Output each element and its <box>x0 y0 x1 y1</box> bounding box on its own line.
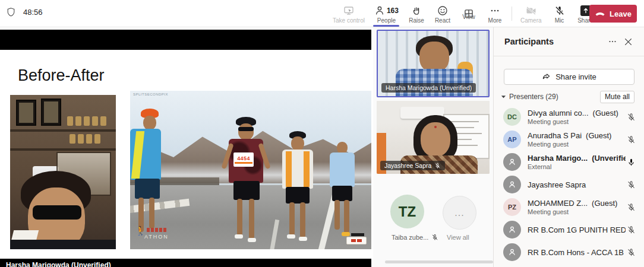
panel-title: Participants <box>504 37 605 46</box>
toolbar-center-group: Take control 163 People Raise <box>328 0 599 27</box>
mic-on-icon[interactable] <box>626 158 636 167</box>
mic-muted-icon[interactable] <box>626 113 636 122</box>
runner-main: 4454 <box>225 117 267 249</box>
participants-panel: Participants Share invite Presenters (29… <box>493 27 644 267</box>
panel-header: Participants <box>494 27 644 56</box>
runner-right <box>326 142 357 249</box>
after-photo: SPLITSECONDPIX <box>130 91 371 249</box>
avatar: PZ <box>503 198 521 216</box>
presenter-name-banner: Harsha Marigowda (Unverified) <box>6 261 111 267</box>
participant-row[interactable]: PZ MOHAMMED Z...(Guest) Meeting guest <box>494 196 644 218</box>
race-bib-number: 4454 <box>237 155 250 161</box>
meeting-toolbar: 48:56 Take control 163 People <box>0 0 644 27</box>
share-invite-button[interactable]: Share invite <box>504 69 634 85</box>
mic-muted-icon[interactable] <box>626 248 636 257</box>
sunglasses <box>33 205 81 220</box>
participant-row[interactable]: RR B.Com Hons - ACCA 1B SANJ... <box>494 241 644 263</box>
video-name-label: Harsha Marigowda (Unverified) <box>381 83 476 93</box>
active-tab-indicator <box>373 25 399 27</box>
people-button[interactable]: 163 People <box>370 0 403 27</box>
more-button[interactable]: More <box>482 0 508 27</box>
mic-muted-icon[interactable] <box>626 203 636 212</box>
video-tile-harsha[interactable]: Harsha Marigowda (Unverified) <box>377 30 490 97</box>
raise-hand-icon <box>411 5 422 17</box>
chevron-down-icon <box>501 95 506 99</box>
panel-more-icon[interactable] <box>605 34 620 49</box>
video-filmstrip: Harsha Marigowda (Unverified) Jayashree … <box>373 27 493 267</box>
before-photo <box>10 95 116 249</box>
react-smiley-icon <box>437 5 448 17</box>
take-control-icon <box>343 5 355 17</box>
toolbar-divider <box>512 7 512 21</box>
photo-timestamp-dark <box>351 233 364 236</box>
view-button[interactable]: View <box>456 0 482 27</box>
mic-button[interactable]: Mic <box>547 0 573 27</box>
photo-watermark: SPLITSECONDPIX <box>133 93 168 96</box>
shield-icon <box>6 7 16 17</box>
mic-muted-icon <box>434 163 441 169</box>
video-tile-jayashree[interactable]: Jayashree Sapra <box>377 101 490 174</box>
mic-muted-icon <box>431 234 438 241</box>
slide-title: Before-After <box>18 66 105 85</box>
avatar: AP <box>503 131 521 148</box>
teams-meeting-window: 48:56 Take control 163 People <box>0 0 644 267</box>
view-all-button[interactable]: ... <box>443 196 476 230</box>
overflow-avatars: TZ Taiba zube... ... View all <box>373 180 493 252</box>
participant-row[interactable]: DC Divya alumni co...(Guest) Meeting gue… <box>494 106 644 128</box>
person-avatar-icon <box>503 153 521 171</box>
shared-slide: Before-After SPLITSECONDPIX <box>0 50 371 259</box>
view-all-label[interactable]: View all <box>447 234 469 241</box>
mute-all-button[interactable]: Mute all <box>600 91 634 103</box>
runner-vest <box>280 131 315 249</box>
mic-muted-icon[interactable] <box>626 135 636 144</box>
filmstrip-scrollbar[interactable] <box>385 260 493 263</box>
video-name-label: Jayashree Sapra <box>380 161 445 170</box>
screen-share-stage[interactable]: Before-After SPLITSECONDPIX <box>0 27 373 267</box>
participant-avatar-tz[interactable]: TZ <box>390 195 424 228</box>
take-control-button[interactable]: Take control <box>328 0 370 27</box>
meeting-timer: 48:56 <box>23 8 43 17</box>
presenters-section-header[interactable]: Presenters (29) Mute all <box>497 90 641 103</box>
share-letterbox-top <box>0 30 371 50</box>
participant-row[interactable]: Harsha Marigo...(Unverified) External <box>494 151 644 173</box>
runner-left <box>130 109 161 245</box>
participant-row[interactable]: Jayashree Sapra <box>494 173 644 196</box>
person-avatar-icon <box>503 221 521 239</box>
more-ellipsis-icon <box>490 5 500 17</box>
people-count: 163 <box>387 7 399 15</box>
mic-muted-icon[interactable] <box>626 180 636 189</box>
presenters-count-label: Presenters (29) <box>509 93 600 101</box>
react-button[interactable]: React <box>430 0 456 27</box>
photo-timestamp <box>346 237 367 244</box>
avatar-label-taiba: Taiba zube... <box>392 234 438 241</box>
hangup-icon <box>595 11 605 17</box>
raise-button[interactable]: Raise <box>403 0 430 27</box>
leave-button[interactable]: Leave <box>589 5 637 23</box>
panel-close-icon[interactable] <box>620 34 636 49</box>
people-icon <box>374 5 385 16</box>
participant-row[interactable]: AP Anuradha S Pai(Guest) Meeting guest <box>494 128 644 151</box>
participant-row[interactable]: RR B.Com 1G PUNITH REDDY R <box>494 218 644 241</box>
marathon-logo: 🚶 ATHON <box>134 225 175 246</box>
share-invite-icon <box>542 72 551 81</box>
mic-muted-icon[interactable] <box>626 225 636 234</box>
mic-muted-icon <box>554 5 565 17</box>
person-avatar-icon <box>503 243 521 261</box>
participant-list: DC Divya alumni co...(Guest) Meeting gue… <box>494 106 644 263</box>
avatar: DC <box>503 108 521 126</box>
camera-button[interactable]: Camera <box>516 0 547 27</box>
person-avatar-icon <box>503 176 521 193</box>
camera-off-icon <box>525 5 537 17</box>
